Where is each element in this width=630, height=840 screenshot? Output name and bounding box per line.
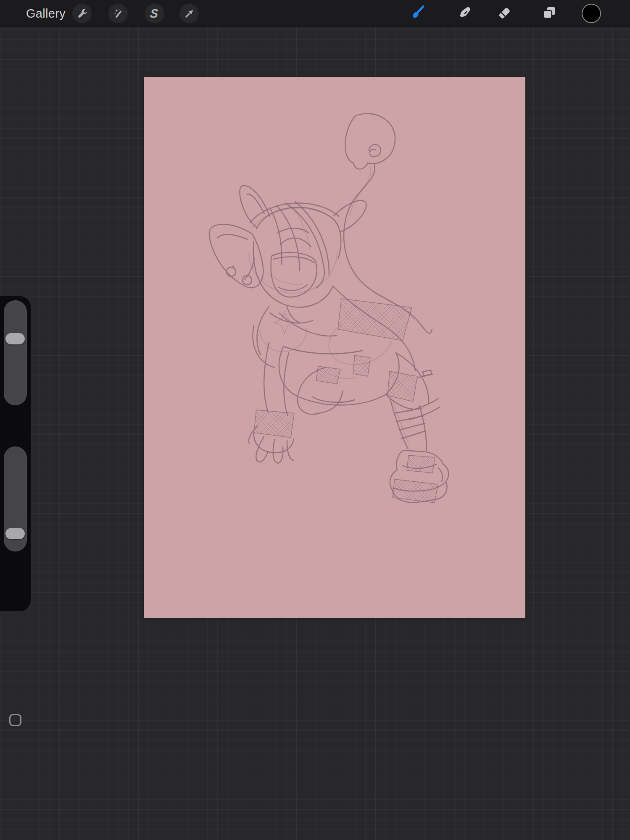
brush-size-handle[interactable]	[5, 333, 25, 344]
character-sketch	[144, 77, 525, 618]
opacity-handle[interactable]	[5, 528, 25, 539]
top-toolbar: Gallery S	[0, 0, 630, 27]
smudge-tool-button[interactable]	[456, 5, 472, 21]
gallery-button[interactable]: Gallery	[26, 0, 66, 27]
eraser-icon	[496, 5, 512, 23]
smudge-finger-icon	[456, 5, 472, 22]
drawing-canvas[interactable]	[144, 77, 525, 618]
s-ribbon-icon: S	[149, 8, 160, 20]
actions-button[interactable]	[72, 4, 92, 23]
layers-icon	[541, 5, 557, 22]
brush-size-slider[interactable]	[4, 300, 27, 405]
procreate-workspace: { "topbar": { "background": "#1b1b1d", "…	[0, 0, 630, 840]
wrench-icon	[76, 8, 88, 19]
paint-tool-button[interactable]	[409, 5, 425, 21]
adjustments-button[interactable]	[108, 4, 128, 23]
magic-wand-icon	[113, 8, 124, 19]
active-color-swatch[interactable]	[582, 4, 601, 23]
move-arrow-icon	[184, 8, 195, 19]
layers-button[interactable]	[541, 5, 557, 21]
erase-tool-button[interactable]	[496, 6, 512, 22]
transform-button[interactable]	[179, 4, 199, 23]
side-toolbar	[0, 296, 31, 611]
modify-button[interactable]	[9, 714, 21, 726]
selection-button[interactable]: S	[145, 4, 164, 23]
paintbrush-icon	[409, 5, 425, 22]
